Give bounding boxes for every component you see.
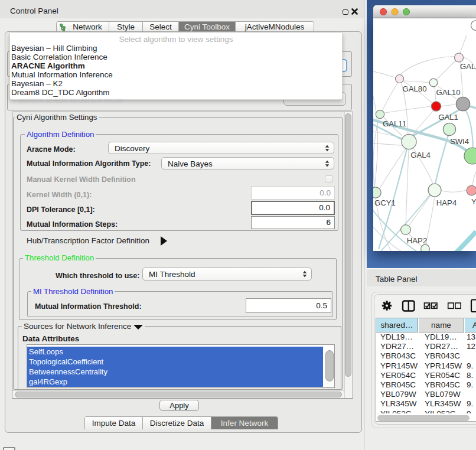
svg-text:SWI4: SWI4 (450, 137, 469, 146)
svg-text:HAP2: HAP2 (407, 236, 427, 245)
svg-text:GAL1: GAL1 (438, 113, 458, 122)
svg-text:GCY1: GCY1 (374, 198, 396, 207)
svg-text:HAP4: HAP4 (436, 198, 457, 207)
svg-text:GAL2: GAL2 (460, 62, 476, 71)
svg-text:GAL11: GAL11 (383, 119, 406, 128)
svg-text:GAL80: GAL80 (402, 84, 426, 93)
svg-text:GAL4: GAL4 (410, 151, 431, 159)
svg-text:Y: Y (471, 197, 476, 206)
svg-text:GAL10: GAL10 (436, 88, 460, 97)
